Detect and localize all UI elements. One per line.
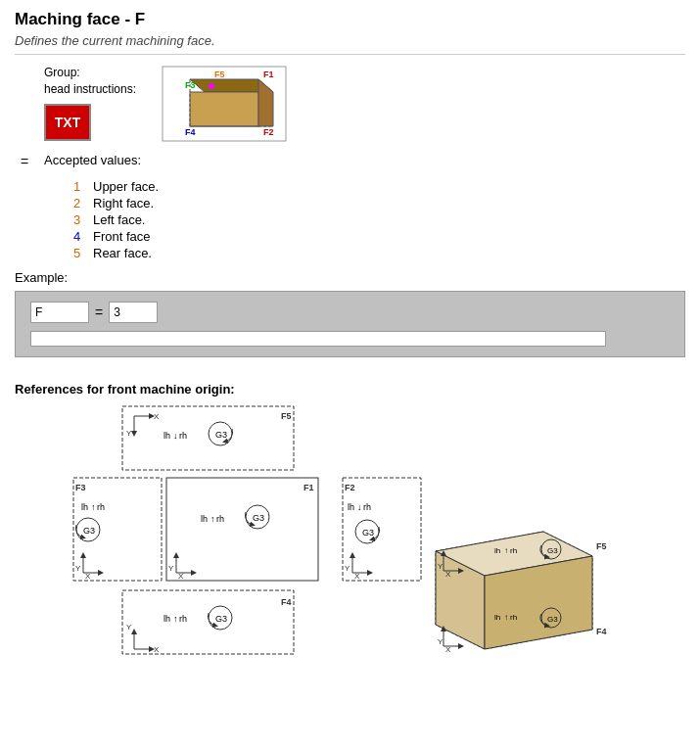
svg-text:lh: lh [494, 613, 500, 622]
example-eq: = [95, 304, 103, 320]
svg-rect-2 [190, 92, 258, 126]
progress-bar [30, 331, 606, 347]
value-item-2: 2 Right face. [73, 196, 685, 210]
svg-text:G3: G3 [362, 528, 374, 538]
svg-text:rh: rh [179, 431, 187, 441]
svg-text:Y: Y [438, 562, 443, 571]
value-num-5: 5 [73, 246, 93, 260]
svg-text:F5: F5 [281, 411, 292, 421]
page-title: Maching face - F [15, 10, 685, 29]
svg-text:lh: lh [201, 514, 208, 524]
group-label: Group: head instructions: [44, 65, 136, 98]
svg-text:F1: F1 [303, 483, 314, 492]
svg-text:F3: F3 [185, 80, 196, 90]
svg-text:X: X [154, 645, 160, 654]
svg-rect-46 [343, 478, 421, 581]
svg-text:G3: G3 [547, 615, 558, 624]
example-section: Example: = [15, 270, 685, 357]
value-item-4: 4 Front face [73, 229, 685, 244]
value-num-2: 2 [73, 196, 93, 210]
value-text-4: Front face [93, 229, 151, 244]
svg-point-7 [209, 83, 214, 89]
svg-rect-57 [122, 590, 294, 654]
svg-text:Y: Y [75, 564, 81, 573]
group-section: Group: head instructions: TXT [44, 65, 685, 143]
svg-text:Y: Y [168, 564, 174, 573]
svg-text:F2: F2 [345, 483, 355, 492]
svg-text:F3: F3 [75, 483, 86, 492]
svg-text:F5: F5 [214, 70, 225, 79]
svg-text:rh: rh [97, 502, 105, 512]
txt-icon: TXT [44, 104, 91, 141]
svg-text:F4: F4 [596, 627, 607, 636]
example-box: = [15, 291, 685, 357]
svg-text:G3: G3 [547, 546, 558, 555]
diagrams-area: X Y lh ↓ rh G3 F5 F3 lh ↑ rh G3 Y X F1 l… [15, 404, 680, 678]
svg-text:F4: F4 [185, 127, 196, 137]
subtitle: Defines the current machining face. [15, 33, 685, 55]
svg-text:↓: ↓ [357, 502, 362, 512]
svg-text:↑: ↑ [173, 614, 178, 624]
value-item-3: 3 Left face. [73, 212, 685, 227]
svg-text:F1: F1 [263, 70, 274, 79]
value-item-1: 1 Upper face. [73, 179, 685, 194]
value-num-4: 4 [73, 229, 93, 244]
value-num-3: 3 [73, 212, 93, 227]
svg-text:X: X [154, 412, 160, 421]
svg-text:lh: lh [494, 546, 500, 555]
svg-text:rh: rh [363, 502, 371, 512]
example-value[interactable] [109, 302, 158, 323]
value-text-5: Rear face. [93, 246, 152, 260]
svg-text:F4: F4 [281, 597, 292, 607]
svg-text:↓: ↓ [173, 431, 178, 441]
svg-text:lh: lh [348, 502, 354, 512]
svg-text:Y: Y [126, 623, 132, 631]
svg-text:↑: ↑ [504, 613, 508, 622]
svg-text:F5: F5 [596, 541, 607, 551]
example-row: = [30, 302, 670, 323]
svg-text:rh: rh [510, 546, 517, 555]
svg-text:rh: rh [216, 514, 224, 524]
svg-text:↑: ↑ [91, 502, 96, 512]
accepted-section: = Accepted values: [15, 153, 685, 169]
svg-rect-35 [166, 478, 318, 581]
equals-sign: = [15, 153, 34, 169]
example-label: Example: [15, 270, 685, 285]
svg-text:lh: lh [81, 502, 88, 512]
example-input[interactable] [30, 302, 89, 323]
svg-text:G3: G3 [215, 430, 227, 440]
svg-text:Y: Y [345, 564, 350, 573]
svg-text:lh: lh [163, 431, 170, 441]
svg-text:↑: ↑ [504, 546, 508, 555]
svg-text:rh: rh [179, 614, 187, 624]
svg-text:G3: G3 [83, 526, 95, 536]
values-list: 1 Upper face. 2 Right face. 3 Left face.… [73, 179, 685, 260]
accepted-label: Accepted values: [44, 153, 141, 167]
face-diagram: F3 F5 F1 F4 F2 [161, 65, 288, 143]
svg-text:G3: G3 [215, 614, 227, 624]
svg-text:↑: ↑ [210, 514, 215, 524]
value-item-5: 5 Rear face. [73, 246, 685, 260]
svg-text:G3: G3 [253, 513, 264, 523]
svg-text:Y: Y [126, 429, 132, 438]
svg-text:F2: F2 [263, 127, 274, 137]
value-text-1: Upper face. [93, 179, 159, 194]
svg-text:Y: Y [438, 637, 443, 646]
svg-text:lh: lh [163, 614, 170, 624]
value-num-1: 1 [73, 179, 93, 194]
value-text-2: Right face. [93, 196, 154, 210]
value-text-3: Left face. [93, 212, 145, 227]
references-title: References for front machine origin: [15, 382, 685, 397]
svg-text:rh: rh [510, 613, 517, 622]
